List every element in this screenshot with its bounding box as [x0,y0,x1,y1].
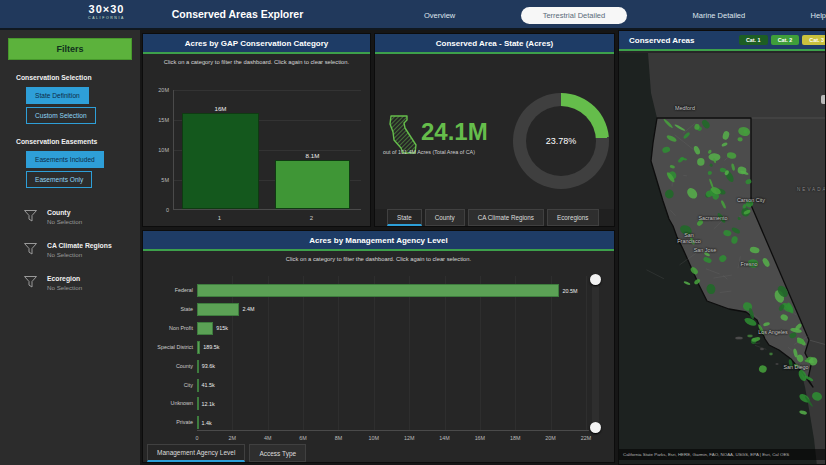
state-tab-state[interactable]: State [387,209,422,226]
filters-button[interactable]: Filters [8,38,132,60]
funnel-icon [24,243,37,255]
chart-scrollbar[interactable] [592,276,599,431]
mgmt-bar-value: 915k [216,325,228,331]
logo-subtext: CALIFORNIA [88,16,125,20]
gap-bar-category-1[interactable]: 16M [182,113,259,209]
management-agency-panel: Acres by Management Agency Level Click o… [142,230,615,463]
nav-tab-help[interactable]: Help [811,11,826,20]
mgmt-category-label: Unknown [143,400,193,406]
mgmt-xtick: 4M [256,435,280,441]
mgmt-bar-value: 189.5k [203,344,219,350]
easements-included-button[interactable]: Easements Included [26,151,104,168]
donut-center-label: 23.78% [526,106,596,176]
legend-chip-cat-1[interactable]: Cat. 1 [739,35,768,45]
mgmt-bar-city[interactable] [197,379,199,392]
state-definition-button[interactable]: State Definition [26,87,89,104]
mgmt-tab-access-type[interactable]: Access Type [249,444,306,462]
mgmt-xtick: 14M [433,435,457,441]
mgmt-bar-value: 41.5k [202,382,215,388]
state-tab-county[interactable]: County [425,209,465,226]
section-label-conservation-easements: Conservation Easements [16,138,140,145]
mgmt-category-label: Non Profit [143,325,193,331]
mgmt-xtick: 12M [397,435,421,441]
scrollbar-top-grip[interactable] [590,274,601,285]
mgmt-xtick: 0 [185,435,209,441]
section-label-conservation-selection: Conservation Selection [16,74,140,81]
nav-tab-terrestrial-detailed[interactable]: Terrestrial Detailed [521,7,628,24]
state-tab-ecoregions[interactable]: Ecoregions [547,209,599,226]
mgmt-bar-special-district[interactable] [197,341,200,354]
scrollbar-bottom-grip[interactable] [590,422,601,433]
mgmt-bar-federal[interactable] [197,284,559,297]
nav-tab-marine-detailed[interactable]: Marine Detailed [693,11,746,20]
map-canvas[interactable]: MedfordCarson CitySacramentoSan Francisc… [619,53,826,465]
custom-selection-button[interactable]: Custom Selection [26,107,96,124]
percent-donut-chart: 23.78% [513,93,609,189]
easements-only-button[interactable]: Easements Only [26,171,92,188]
mgmt-category-label: Private [143,419,193,425]
map-title-text: Conserved Areas [629,36,695,45]
gap-ytick: 0 [143,207,169,213]
gap-ytick: 10M [143,147,169,153]
funnel-icon [24,276,37,288]
filter-value: No Selection [47,250,112,259]
mgmt-xtick: 18M [503,435,527,441]
mgmt-bar-county[interactable] [197,360,199,373]
legend-chip-cat-3[interactable]: Cat. 3 [802,35,826,45]
mgmt-panel-title: Acres by Management Agency Level [143,231,614,251]
header-nav: OverviewTerrestrial DetailedMarine Detai… [400,0,826,30]
filters-sidebar: Filters Conservation SelectionState Defi… [0,30,140,465]
map-control-icon[interactable] [821,95,826,104]
mgmt-category-label: County [143,363,193,369]
conserved-acres-value: 24.1M [421,118,488,146]
mgmt-bar-chart[interactable]: 20.5M2.4M915k189.5k93.6k41.5k12.1k1.4k [197,276,589,431]
filter-item-ecoregion[interactable]: EcoregionNo Selection [24,274,140,292]
gap-panel-subtitle: Click on a category to filter the dashbo… [143,54,370,65]
mgmt-xtick: 20M [539,435,563,441]
mgmt-bar-state[interactable] [197,303,239,316]
gap-bar-value: 16M [183,105,258,112]
conserved-areas-map-panel: Conserved Areas Cat. 1Cat. 2Cat. 3 [618,30,826,465]
gap-ytick: 15M [143,117,169,123]
filter-item-ca-climate-regions[interactable]: CA Climate RegionsNo Selection [24,241,140,259]
dashboard: 30×30 CALIFORNIA Conserved Areas Explore… [0,0,826,465]
state-panel-title: Conserved Area - State (Acres) [375,34,614,54]
funnel-icon [24,210,37,222]
filter-label: County [47,208,82,217]
state-panel-tabs: StateCountyCA Climate RegionsEcoregions [375,209,614,226]
map-legend: Cat. 1Cat. 2Cat. 3 [739,35,826,45]
filter-label: CA Climate Regions [47,241,112,250]
mgmt-bar-value: 2.4M [242,306,254,312]
filter-value: No Selection [47,283,82,292]
mgmt-xtick: 22M [574,435,598,441]
map-panel-title: Conserved Areas Cat. 1Cat. 2Cat. 3 [619,31,825,51]
gap-bar-category-2[interactable]: 8.1M [275,160,350,209]
mgmt-xtick: 10M [362,435,386,441]
california-map [619,53,826,465]
sidebar-sections: Conservation SelectionState DefinitionCu… [0,74,140,188]
gap-xtick: 2 [292,215,332,221]
logo-text: 30×30 [88,3,125,16]
app-title: Conserved Areas Explorer [150,8,325,20]
mgmt-xtick: 16M [468,435,492,441]
filter-item-county[interactable]: CountyNo Selection [24,208,140,226]
mgmt-tab-management-agency-level[interactable]: Management Agency Level [147,444,245,462]
mgmt-xtick: 6M [291,435,315,441]
header-bar: 30×30 CALIFORNIA Conserved Areas Explore… [0,0,826,30]
mgmt-bar-non-profit[interactable] [197,322,213,335]
mgmt-bar-unknown[interactable] [197,397,199,410]
legend-chip-cat-2[interactable]: Cat. 2 [771,35,800,45]
gap-panel-title: Acres by GAP Conservation Category [143,34,370,54]
mgmt-bar-value: 93.6k [202,363,215,369]
state-tab-ca-climate-regions[interactable]: CA Climate Regions [468,209,544,226]
filter-value: No Selection [47,217,82,226]
nav-tab-overview[interactable]: Overview [424,11,455,20]
mgmt-panel-tabs: Management Agency LevelAccess Type [147,444,306,462]
mgmt-panel-subtitle: Click on a category to filter the dashbo… [143,251,614,262]
mgmt-xtick: 2M [220,435,244,441]
gap-category-panel: Acres by GAP Conservation Category Click… [142,33,371,227]
map-attribution: California State Parks, Esri, HERE, Garm… [619,449,826,460]
gap-bar-chart[interactable]: 16M8.1M [173,90,361,210]
mgmt-bar-private[interactable] [197,416,199,429]
logo-30x30: 30×30 CALIFORNIA [88,3,125,20]
